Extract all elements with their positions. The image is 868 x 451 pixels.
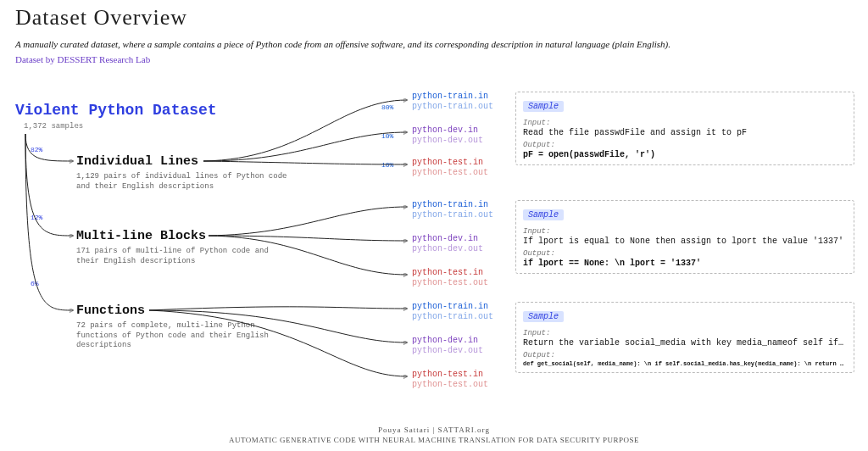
sample-output-label: Output:: [523, 249, 847, 258]
file-out: python-train.out: [412, 102, 493, 112]
category-title: Functions: [76, 303, 288, 318]
dataset-root-count: 1,372 samples: [24, 122, 83, 131]
split-dev-files: python-dev.in python-dev.out: [412, 125, 483, 146]
sample-output-code: def get_social(self, media_name): \n if …: [523, 360, 847, 367]
sample-input-text: If lport is equal to None then assign to…: [523, 237, 847, 246]
category-title: Individual Lines: [76, 154, 288, 169]
sample-input-text: Return the variable social_media with ke…: [523, 338, 847, 348]
file-in: python-test.in: [412, 268, 488, 278]
file-out: python-train.out: [412, 210, 493, 220]
category-individual-lines: Individual Lines 1,129 pairs of individu…: [76, 154, 288, 192]
split-test-pct: 10%: [381, 161, 393, 169]
page-title: Dataset Overview: [15, 5, 187, 31]
file-in: python-dev.in: [412, 234, 483, 244]
file-out: python-test.out: [412, 380, 488, 390]
sample-tag: Sample: [523, 311, 564, 322]
category-pct-blocks: 12%: [31, 214, 42, 221]
sample-box-lines: Sample Input: Read the file passwdFile a…: [515, 92, 854, 165]
sample-output-label: Output:: [523, 351, 847, 359]
dataset-root-name: Violent Python Dataset: [15, 102, 217, 119]
footer-author: Pouya Sattari | SATTARI.org: [0, 426, 868, 434]
sample-tag: Sample: [523, 209, 564, 220]
sample-input-label: Input:: [523, 329, 847, 337]
file-in: python-test.in: [412, 158, 488, 168]
split-test-files: python-test.in python-test.out: [412, 370, 488, 390]
split-train-files: python-train.in python-train.out: [412, 92, 493, 112]
footer: Pouya Sattari | SATTARI.org AUTOMATIC GE…: [0, 426, 868, 444]
split-test-files: python-test.in python-test.out: [412, 158, 488, 178]
sample-input-label: Input:: [523, 227, 847, 236]
credit-link[interactable]: Dataset by DESSERT Research Lab: [15, 54, 150, 64]
split-train-files: python-train.in python-train.out: [412, 302, 493, 322]
sample-input-text: Read the file passwdFile and assign it t…: [523, 128, 847, 137]
file-in: python-train.in: [412, 92, 493, 102]
split-dev-files: python-dev.in python-dev.out: [412, 336, 483, 356]
footer-subtitle: AUTOMATIC GENERATIVE CODE WITH NEURAL MA…: [0, 436, 868, 444]
page-description: A manually curated dataset, where a samp…: [15, 39, 860, 49]
sample-box-blocks: Sample Input: If lport is equal to None …: [515, 200, 854, 274]
category-description: 72 pairs of complete, multi-line Python …: [76, 321, 288, 351]
file-in: python-test.in: [412, 370, 488, 380]
category-pct-lines: 82%: [31, 146, 42, 153]
file-in: python-train.in: [412, 302, 493, 312]
category-description: 171 pairs of multi-line of Python code a…: [76, 247, 288, 266]
split-train-files: python-train.in python-train.out: [412, 200, 493, 220]
file-out: python-test.out: [412, 168, 488, 178]
sample-output-label: Output:: [523, 141, 847, 149]
file-in: python-train.in: [412, 200, 493, 210]
file-in: python-dev.in: [412, 336, 483, 346]
sample-tag: Sample: [523, 101, 564, 112]
category-functions: Functions 72 pairs of complete, multi-li…: [76, 303, 288, 351]
file-out: python-dev.out: [412, 244, 483, 254]
file-in: python-dev.in: [412, 125, 483, 136]
sample-input-label: Input:: [523, 119, 847, 127]
file-out: python-train.out: [412, 312, 493, 322]
sample-box-functions: Sample Input: Return the variable social…: [515, 302, 854, 373]
category-pct-functions: 6%: [31, 280, 39, 287]
category-description: 1,129 pairs of individual lines of Pytho…: [76, 172, 288, 192]
split-test-files: python-test.in python-test.out: [412, 268, 488, 288]
file-out: python-test.out: [412, 278, 488, 288]
split-dev-files: python-dev.in python-dev.out: [412, 234, 483, 254]
sample-output-code: if lport == None: \n lport = '1337': [523, 259, 847, 268]
category-title: Multi-line Blocks: [76, 229, 288, 243]
split-train-pct: 80%: [381, 103, 393, 111]
sample-output-code: pF = open(passwdFile, 'r'): [523, 150, 847, 159]
split-dev-pct: 10%: [381, 132, 393, 140]
file-out: python-dev.out: [412, 136, 483, 146]
category-multiline-blocks: Multi-line Blocks 171 pairs of multi-lin…: [76, 229, 288, 266]
file-out: python-dev.out: [412, 346, 483, 356]
